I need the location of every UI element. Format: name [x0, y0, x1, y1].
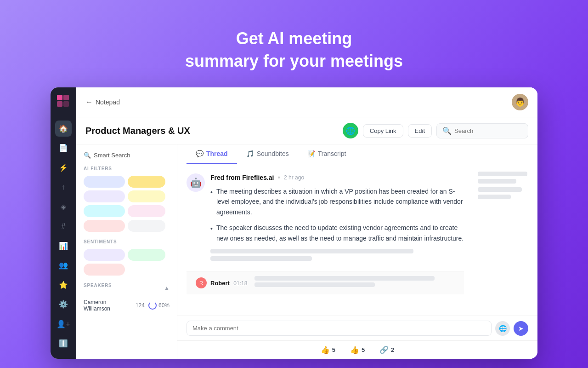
reaction-thumbsup-1[interactable]: 👍 5	[321, 345, 335, 354]
globe-button[interactable]: 🌐	[343, 123, 358, 138]
back-label: Notepad	[96, 98, 120, 106]
sentiment-pill[interactable]	[84, 264, 125, 276]
copy-link-button[interactable]: Copy Link	[363, 124, 403, 138]
sidebar: 🏠 📄 ⚡ ↑ ◈ # 📊 👥 ⭐ ⚙️ 👤+ ℹ️	[51, 87, 76, 359]
placeholder-line	[210, 256, 312, 261]
reaction-link[interactable]: 🔗 2	[379, 345, 394, 354]
comment-send-button[interactable]: ➤	[514, 321, 528, 336]
sidebar-item-settings[interactable]: ⚙️	[55, 297, 72, 313]
bot-message: 🤖 Fred from Fireflies.ai • 2 hr ago •	[187, 173, 464, 264]
sidebar-item-docs[interactable]: 📄	[55, 140, 72, 156]
sidebar-item-home[interactable]: 🏠	[55, 121, 72, 137]
filter-pill[interactable]	[84, 205, 125, 217]
speaker-count: 124	[136, 302, 145, 309]
bullet-item-2: • The speaker discusses the need to upda…	[210, 223, 464, 243]
reaction-count: 5	[332, 346, 335, 353]
message-author: Fred from Fireflies.ai	[210, 174, 274, 181]
search-input[interactable]	[454, 127, 528, 134]
bullet-separator: •	[277, 173, 280, 182]
thread-sidebar	[473, 164, 537, 316]
thumbsup-icon: 👍	[321, 345, 330, 354]
hero-title: Get AI meeting summary for your meetings	[185, 28, 403, 72]
thread-main: 🤖 Fred from Fireflies.ai • 2 hr ago •	[177, 164, 473, 316]
right-content: 💬 Thread 🎵 Soundbites 📝 Transcript	[177, 144, 537, 359]
bullet-dot: •	[210, 224, 213, 243]
speaker-progress: 60%	[148, 301, 170, 310]
tab-soundbites[interactable]: 🎵 Soundbites	[237, 144, 298, 164]
sidebar-item-info[interactable]: ℹ️	[55, 336, 72, 352]
svg-rect-1	[63, 95, 69, 100]
speaker-row: Cameron Williamson 124 60%	[84, 297, 170, 314]
thread-content: 🤖 Fred from Fireflies.ai • 2 hr ago •	[177, 164, 537, 316]
bullet-dot: •	[210, 187, 213, 217]
search-icon-sm: 🔍	[84, 152, 91, 159]
header-actions: 🌐 Copy Link Edit 🔍	[343, 123, 528, 138]
sidebar-item-upload[interactable]: ↑	[55, 179, 72, 196]
filter-pill[interactable]	[128, 205, 165, 217]
edit-button[interactable]: Edit	[408, 124, 432, 138]
bullet-item-1: • The meeting describes a situation in w…	[210, 186, 464, 217]
filter-pill[interactable]	[128, 176, 165, 188]
transcript-icon: 📝	[307, 150, 315, 157]
speakers-label: SPEAKERS	[84, 283, 112, 288]
speakers-chevron-icon[interactable]: ▲	[164, 285, 170, 291]
filter-pill[interactable]	[128, 190, 165, 202]
progress-circle	[148, 301, 157, 310]
bullet-list: • The meeting describes a situation in w…	[210, 186, 464, 243]
page-title: Product Managers & UX	[85, 126, 190, 136]
body-layout: 🔍 Smart Search AI FILTERS SENTIMENTS	[76, 144, 537, 359]
sidebar-placeholder-line	[478, 187, 522, 192]
main-content: ← Notepad 👨 Product Managers & UX 🌐 Copy…	[76, 87, 537, 359]
comment-input[interactable]	[187, 321, 492, 336]
placeholder-line	[254, 276, 435, 281]
filter-pill[interactable]	[84, 190, 125, 202]
comment-globe-button[interactable]: 🌐	[495, 321, 510, 336]
sentiment-pill[interactable]	[84, 249, 125, 261]
tabs-bar: 💬 Thread 🎵 Soundbites 📝 Transcript	[177, 144, 537, 164]
sidebar-item-chart[interactable]: 📊	[55, 238, 72, 254]
filter-pill[interactable]	[84, 176, 125, 188]
sidebar-item-layers[interactable]: ◈	[55, 199, 72, 215]
left-panel: 🔍 Smart Search AI FILTERS SENTIMENTS	[76, 144, 177, 359]
filter-pill[interactable]	[84, 220, 125, 232]
tab-thread[interactable]: 💬 Thread	[187, 144, 237, 164]
sidebar-placeholder-line	[478, 195, 511, 199]
app-container: 🏠 📄 ⚡ ↑ ◈ # 📊 👥 ⭐ ⚙️ 👤+ ℹ️ ← Notepad 👨 P…	[51, 87, 537, 359]
speaker-msg-lines	[254, 276, 455, 290]
search-box[interactable]: 🔍	[436, 123, 528, 138]
svg-rect-2	[57, 101, 62, 107]
sidebar-item-hashtag[interactable]: #	[55, 218, 72, 235]
speaker-msg-name: Robert	[210, 280, 230, 287]
filter-pill[interactable]	[128, 220, 165, 232]
ai-filter-pills	[84, 176, 170, 232]
sidebar-item-lightning[interactable]: ⚡	[55, 160, 72, 176]
sidebar-item-users[interactable]: 👥	[55, 258, 72, 274]
tab-transcript[interactable]: 📝 Transcript	[298, 144, 356, 164]
sentiments-label: SENTIMENTS	[84, 239, 170, 244]
back-nav[interactable]: ← Notepad	[85, 98, 120, 106]
speaker-msg-time: 01:18	[233, 280, 247, 287]
back-arrow-icon: ←	[85, 98, 93, 106]
speaker-pct: 60%	[158, 302, 170, 309]
reaction-count-3: 2	[391, 346, 394, 353]
sentiment-pill[interactable]	[128, 249, 165, 261]
reaction-thumbsup-2[interactable]: 👍 5	[350, 345, 365, 354]
user-avatar[interactable]: 👨	[512, 94, 528, 110]
reaction-bar: 👍 5 👍 5 🔗 2	[177, 340, 537, 359]
bot-avatar: 🤖	[187, 173, 205, 192]
speaker-message-row: R Robert 01:18	[187, 271, 464, 294]
speakers-header: SPEAKERS ▲	[84, 283, 170, 293]
svg-rect-3	[63, 101, 69, 107]
soundbites-icon: 🎵	[246, 150, 254, 157]
smart-search[interactable]: 🔍 Smart Search	[84, 152, 170, 159]
link-icon: 🔗	[379, 345, 389, 354]
page-header: Product Managers & UX 🌐 Copy Link Edit 🔍	[76, 117, 537, 144]
app-logo[interactable]	[57, 95, 70, 109]
sidebar-item-add-user[interactable]: 👤+	[55, 316, 72, 332]
speaker-avatar: R	[196, 277, 207, 288]
top-header: ← Notepad 👨	[76, 87, 537, 117]
speaker-info: Robert 01:18	[210, 279, 247, 287]
sidebar-item-star[interactable]: ⭐	[55, 277, 72, 293]
placeholder-line	[210, 249, 413, 253]
thread-icon: 💬	[196, 150, 204, 157]
